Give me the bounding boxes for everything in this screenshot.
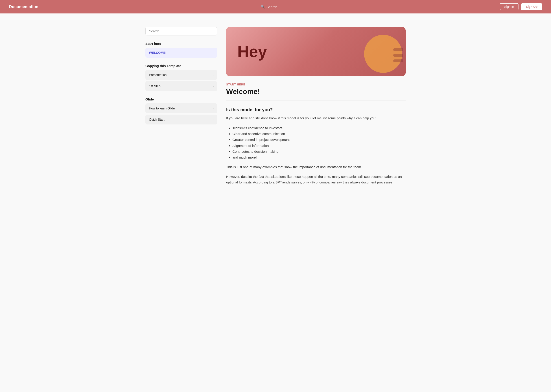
breadcrumb: START HERE — [226, 83, 406, 86]
svg-rect-3 — [393, 59, 403, 62]
content-paragraph-2: However, despite the fact that situation… — [226, 174, 406, 185]
hero-text: Hey — [226, 42, 267, 61]
sidebar: Start here WELCOME! › Copying this Templ… — [145, 27, 217, 189]
signup-button[interactable]: Sign Up — [521, 3, 542, 10]
sidebar-item-label: Presentation — [149, 73, 167, 77]
content-paragraph-1: This is just one of many examples that s… — [226, 164, 406, 170]
sidebar-section-title-copying: Copying this Template — [145, 64, 217, 68]
hero-banner: Hey — [226, 27, 406, 76]
sidebar-item-how-to-learn-glide[interactable]: How to learn Glide › — [145, 103, 217, 113]
navbar-brand: Documentation — [9, 5, 38, 9]
list-item: Clear and assertive communication — [233, 131, 406, 137]
main-content: Hey START HERE Welcome! Is this model fo… — [226, 27, 406, 189]
hero-decoration — [359, 31, 399, 72]
sidebar-item-1st-step[interactable]: 1st Step › — [145, 81, 217, 91]
sidebar-item-welcome[interactable]: WELCOME! › — [145, 48, 217, 58]
sidebar-item-label: WELCOME! — [149, 51, 166, 55]
navbar-actions: Sign In Sign Up — [500, 3, 542, 10]
navbar: Documentation 🔍 Search Sign In Sign Up — [0, 0, 551, 14]
sidebar-section-copying: Copying this Template Presentation › 1st… — [145, 64, 217, 91]
content-divider — [226, 100, 406, 100]
navbar-search-label: Search — [267, 5, 277, 9]
sidebar-item-label: 1st Step — [149, 84, 160, 88]
list-item: Alignment of information — [233, 143, 406, 149]
signin-button[interactable]: Sign In — [500, 3, 519, 10]
hero-decoration-svg — [359, 31, 403, 76]
content-intro: If you are here and still don't know if … — [226, 115, 406, 121]
content-section-title: Is this model for you? — [226, 107, 406, 112]
sidebar-section-title-glide: Glide — [145, 97, 217, 101]
sidebar-item-presentation[interactable]: Presentation › — [145, 70, 217, 80]
chevron-right-icon: › — [213, 107, 214, 110]
chevron-right-icon: › — [213, 51, 214, 55]
list-item: Transmits confidence to investors — [233, 125, 406, 131]
navbar-search[interactable]: 🔍 Search — [261, 5, 277, 9]
sidebar-section-glide: Glide How to learn Glide › Quick Start › — [145, 97, 217, 125]
search-icon: 🔍 — [261, 5, 265, 8]
page-title: Welcome! — [226, 87, 406, 96]
sidebar-item-quick-start[interactable]: Quick Start › — [145, 115, 217, 125]
list-item: and much more! — [233, 154, 406, 160]
svg-rect-2 — [393, 54, 403, 57]
list-item: Greater control in project development — [233, 137, 406, 143]
chevron-right-icon: › — [213, 118, 214, 121]
main-container: Start here WELCOME! › Copying this Templ… — [141, 14, 410, 198]
sidebar-item-label: How to learn Glide — [149, 106, 175, 110]
content-bullets: Transmits confidence to investors Clear … — [226, 125, 406, 161]
svg-rect-1 — [393, 48, 403, 51]
list-item: Contributes to decision making — [233, 149, 406, 154]
sidebar-item-label: Quick Start — [149, 118, 164, 121]
chevron-right-icon: › — [213, 84, 214, 88]
sidebar-section-start-here: Start here WELCOME! › — [145, 42, 217, 58]
search-input[interactable] — [145, 27, 217, 35]
chevron-right-icon: › — [213, 73, 214, 77]
sidebar-section-title: Start here — [145, 42, 217, 46]
